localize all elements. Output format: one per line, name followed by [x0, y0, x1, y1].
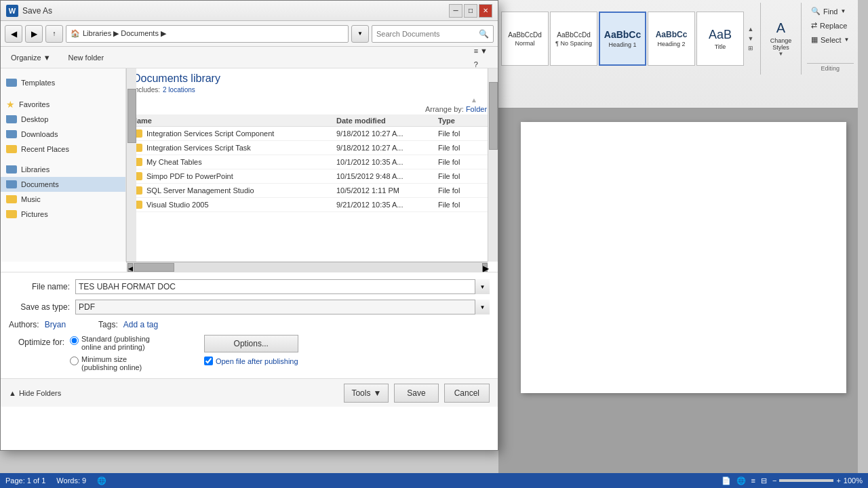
- draft-view-icon[interactable]: ⊟: [761, 476, 767, 485]
- dialog-main: Templates ★ Favorites Desktop: [1, 68, 498, 262]
- sidebar-item-favorites[interactable]: ★ Favorites: [1, 97, 125, 112]
- locations-link[interactable]: 2 locations: [163, 86, 195, 94]
- table-row[interactable]: Visual Studio 2005 9/21/2012 10:35 A... …: [126, 198, 498, 212]
- folder-icon: [6, 115, 17, 123]
- sidebar-item-documents[interactable]: Documents: [1, 177, 125, 192]
- h-scroll-left[interactable]: ◀: [127, 263, 133, 272]
- breadcrumb[interactable]: 🏠 Libraries ▶ Documents ▶: [66, 25, 349, 43]
- add-tag-link[interactable]: Add a tag: [123, 320, 158, 329]
- doc-view-icon[interactable]: 📄: [722, 476, 731, 485]
- open-file-checkbox[interactable]: [204, 357, 213, 365]
- optimize-standard-radio[interactable]: [70, 336, 79, 345]
- arrange-folder-button[interactable]: Folder: [466, 105, 487, 113]
- table-row[interactable]: Simpo PDF to PowerPoint 10/15/2012 9:48 …: [126, 169, 498, 184]
- zoom-percent: 100%: [844, 476, 863, 485]
- folder-icon: [6, 130, 17, 138]
- table-row[interactable]: My Cheat Tables 10/1/2012 10:35 A... Fil…: [126, 155, 498, 169]
- table-row[interactable]: Integration Services Script Component 9/…: [126, 127, 498, 141]
- optimize-label: Optimize for:: [18, 338, 64, 347]
- close-button[interactable]: ✕: [479, 4, 492, 18]
- table-row[interactable]: Integration Services Script Task 9/18/20…: [126, 141, 498, 155]
- sidebar-item-music[interactable]: Music: [1, 192, 125, 207]
- savetype-dropdown[interactable]: ▼: [475, 300, 490, 314]
- filename-dropdown[interactable]: ▼: [475, 279, 490, 294]
- sidebar-item-recent-places[interactable]: Recent Places: [1, 142, 125, 157]
- sidebar-item-templates[interactable]: Templates: [1, 75, 125, 90]
- breadcrumb-dropdown[interactable]: ▼: [351, 25, 369, 43]
- dialog-titlebar: W Save As ─ □ ✕: [1, 1, 498, 21]
- h-scroll-right[interactable]: ▶: [482, 263, 488, 272]
- zoom-slider[interactable]: − + 100%: [772, 476, 863, 485]
- search-input[interactable]: [376, 30, 476, 38]
- right-options: Options... Open file after publishing: [204, 335, 298, 371]
- optimize-options: Standard (publishingonline and printing)…: [70, 335, 150, 371]
- optimize-standard-option[interactable]: Standard (publishingonline and printing): [70, 335, 150, 351]
- sidebar-item-libraries[interactable]: Libraries: [1, 162, 125, 177]
- folder-icon: [6, 79, 17, 87]
- maximize-button[interactable]: □: [464, 4, 477, 18]
- sidebar-section-favorites: Templates: [1, 74, 125, 92]
- organize-button[interactable]: Organize ▼: [6, 51, 56, 64]
- minimize-button[interactable]: ─: [449, 4, 462, 18]
- view-button[interactable]: ≡ ▼: [469, 44, 492, 58]
- sidebar-item-pictures[interactable]: Pictures: [1, 207, 125, 222]
- language-icon: 🌐: [97, 476, 106, 485]
- sort-arrow-icon: ▲: [471, 96, 477, 104]
- open-file-label[interactable]: Open file after publishing: [216, 357, 298, 365]
- folder-icon: [6, 195, 17, 203]
- sidebar-item-downloads[interactable]: Downloads: [1, 127, 125, 142]
- options-button[interactable]: Options...: [204, 335, 298, 352]
- hide-folders-button[interactable]: ▲ Hide Folders: [9, 389, 61, 397]
- savetype-input[interactable]: [75, 300, 490, 314]
- statusbar: Page: 1 of 1 Words: 9 🌐 📄 🌐 ≡ ⊟ − + 100%: [0, 473, 868, 488]
- sidebar-scroll-thumb[interactable]: [127, 89, 136, 143]
- words-info: Words: 9: [56, 476, 86, 485]
- col-type[interactable]: Type: [438, 117, 492, 125]
- nav-back-button[interactable]: ◀: [5, 25, 22, 43]
- save-button[interactable]: Save: [394, 384, 438, 403]
- library-title: Documents library: [133, 73, 491, 85]
- zoom-track[interactable]: [779, 479, 833, 482]
- dialog-navbar: ◀ ▶ ↑ 🏠 Libraries ▶ Documents ▶ ▼ 🔍: [1, 21, 498, 47]
- cancel-button[interactable]: Cancel: [444, 384, 490, 403]
- zoom-out-icon[interactable]: −: [772, 476, 776, 485]
- filename-input[interactable]: [75, 279, 490, 294]
- nav-up-button[interactable]: ↑: [45, 25, 63, 43]
- libraries-icon: 🏠: [71, 29, 80, 38]
- col-name[interactable]: Name: [132, 117, 336, 125]
- filelist-scrollbar[interactable]: [488, 68, 498, 262]
- column-headers: Name Date modified Type: [126, 115, 498, 127]
- sidebar-item-desktop[interactable]: Desktop: [1, 112, 125, 127]
- dialog-title: Save As: [22, 6, 52, 16]
- open-file-option[interactable]: Open file after publishing: [204, 357, 298, 365]
- filelist-scroll-thumb[interactable]: [489, 82, 498, 150]
- dialog-filelist: Documents library Includes: 2 locations …: [126, 68, 498, 262]
- search-box[interactable]: 🔍: [372, 25, 494, 43]
- sidebar-scrollbar[interactable]: [126, 68, 136, 262]
- nav-forward-button[interactable]: ▶: [25, 25, 43, 43]
- folder-icon: [6, 165, 17, 174]
- authors-value: Bryan: [45, 320, 66, 329]
- zoom-in-icon[interactable]: +: [836, 476, 840, 485]
- horizontal-scrollbar[interactable]: ◀ ▶: [126, 262, 488, 272]
- outline-view-icon[interactable]: ≡: [751, 476, 755, 485]
- optimize-minimum-option[interactable]: Minimum size(publishing online): [70, 355, 150, 371]
- dialog-toolbar: Organize ▼ New folder ≡ ▼ ?: [1, 47, 498, 68]
- optimize-minimum-radio[interactable]: [70, 357, 79, 365]
- h-scroll-thumb[interactable]: [134, 263, 174, 272]
- table-row[interactable]: SQL Server Management Studio 10/5/2012 1…: [126, 184, 498, 198]
- view-arrow: ▼: [480, 47, 488, 55]
- new-folder-button[interactable]: New folder: [64, 51, 109, 64]
- arrange-bar: Arrange by: Folder ▼: [126, 104, 498, 115]
- folder-icon: [6, 145, 17, 153]
- folder-icon: [6, 180, 17, 188]
- dialog-sidebar: Templates ★ Favorites Desktop: [1, 68, 126, 262]
- tools-button[interactable]: Tools ▼: [344, 384, 389, 403]
- authors-tags-row: Authors: Bryan Tags: Add a tag: [9, 320, 490, 329]
- web-view-icon[interactable]: 🌐: [736, 476, 746, 485]
- col-date[interactable]: Date modified: [336, 117, 438, 125]
- hide-folders-icon: ▲: [9, 389, 16, 397]
- dialog-form: File name: ▼ Save as type: ▼ Authors: Br…: [1, 272, 498, 378]
- search-icon: 🔍: [479, 29, 489, 39]
- dialog-overlay: W Save As ─ □ ✕ ◀ ▶ ↑ 🏠 Libraries ▶ Docu…: [0, 0, 868, 488]
